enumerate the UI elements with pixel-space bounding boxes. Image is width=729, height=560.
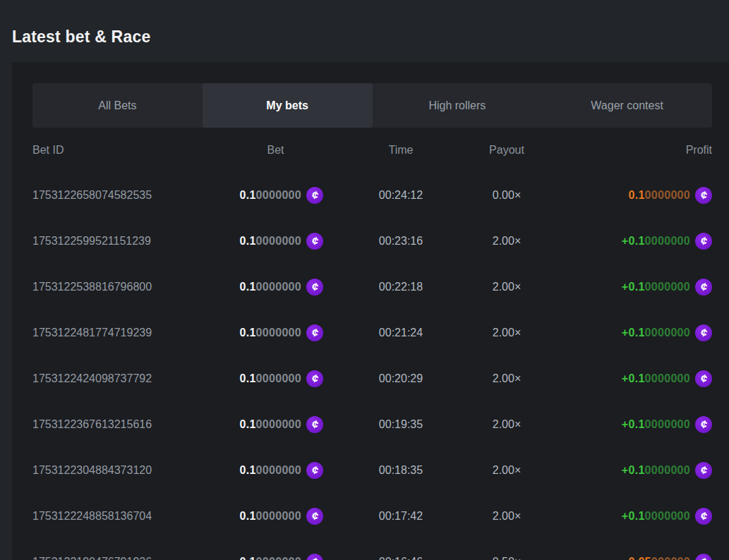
bet-payout: 2.00× (478, 281, 535, 293)
profit-amount-zeros: 0000000 (645, 281, 690, 293)
coin-icon: ¢ (306, 187, 323, 204)
tab-all-bets[interactable]: All Bets (32, 83, 203, 128)
table-row: 1753122248858136704 0.10000000 ¢ 00:17:4… (32, 493, 712, 539)
bet-amount-main: 0.1 (239, 235, 255, 247)
bet-payout: 2.00× (478, 464, 535, 477)
bet-amount: 0.10000000 ¢ (228, 508, 323, 525)
bet-time: 00:21:24 (323, 327, 478, 339)
bet-profit: +0.10000000 ¢ (535, 370, 712, 387)
bet-amount: 0.10000000 ¢ (228, 233, 323, 250)
bet-amount-zeros: 0000000 (256, 372, 301, 384)
coin-icon: ¢ (306, 416, 323, 433)
table-row: 1753122538816796800 0.10000000 ¢ 00:22:1… (32, 264, 712, 310)
bet-id[interactable]: 1753122658074582535 (32, 189, 228, 202)
bet-id[interactable]: 1753122304884373120 (32, 464, 228, 477)
profit-amount-zeros: 0000000 (645, 189, 690, 201)
bets-tab-bar: All BetsMy betsHigh rollersWager contest (32, 83, 712, 128)
bet-amount: 0.10000000 ¢ (228, 279, 323, 296)
table-row: 1753122190476791936 0.10000000 ¢ 00:16:4… (32, 539, 712, 560)
profit-amount-zeros: 0000000 (645, 510, 690, 522)
table-row: 1753122658074582535 0.10000000 ¢ 00:24:1… (32, 172, 712, 218)
bet-amount-main: 0.1 (239, 556, 255, 560)
profit-amount-main: +0.1 (622, 235, 645, 247)
table-header-row: Bet ID Bet Time Payout Profit (32, 128, 712, 172)
coin-icon: ¢ (695, 416, 712, 433)
bet-amount-zeros: 0000000 (256, 418, 301, 430)
bet-amount-main: 0.1 (239, 189, 255, 201)
bet-id[interactable]: 1753122248858136704 (32, 510, 228, 523)
bet-profit: +0.10000000 ¢ (535, 233, 712, 250)
coin-icon: ¢ (695, 508, 712, 525)
profit-amount-zeros: 000000 (651, 556, 690, 560)
profit-amount-zeros: 0000000 (645, 372, 690, 384)
bet-time: 00:23:16 (323, 235, 478, 248)
bet-amount-zeros: 0000000 (256, 281, 301, 293)
profit-amount-zeros: 0000000 (645, 418, 690, 430)
bet-profit: +0.10000000 ¢ (535, 279, 712, 296)
coin-icon: ¢ (695, 554, 712, 560)
bet-amount-main: 0.1 (239, 372, 255, 384)
bet-amount: 0.10000000 ¢ (228, 416, 323, 433)
table-row: 1753122481774719239 0.10000000 ¢ 00:21:2… (32, 310, 712, 355)
bet-id[interactable]: 1753122481774719239 (32, 327, 228, 339)
bet-amount: 0.10000000 ¢ (228, 462, 323, 479)
bet-amount-zeros: 0000000 (256, 464, 301, 476)
bet-profit: +0.10000000 ¢ (535, 508, 712, 525)
tab-label: High rollers (428, 99, 486, 112)
bet-profit: 0.10000000 ¢ (535, 187, 712, 204)
coin-icon: ¢ (306, 324, 323, 341)
coin-icon: ¢ (695, 324, 712, 341)
bet-id[interactable]: 1753122424098737792 (32, 372, 228, 385)
coin-icon: ¢ (695, 279, 712, 296)
coin-icon: ¢ (695, 187, 712, 204)
coin-icon: ¢ (306, 370, 323, 387)
bets-table: Bet ID Bet Time Payout Profit 1753122658… (32, 128, 712, 560)
table-row: 1753122367613215616 0.10000000 ¢ 00:19:3… (32, 401, 712, 447)
bet-time: 00:19:35 (323, 418, 478, 431)
bet-amount-main: 0.1 (239, 510, 255, 522)
profit-amount-zeros: 0000000 (645, 235, 690, 247)
tab-high-rollers[interactable]: High rollers (373, 83, 543, 128)
bet-payout: 0.50× (478, 556, 535, 560)
bet-amount: 0.10000000 ¢ (228, 187, 323, 204)
bet-time: 00:18:35 (323, 464, 478, 477)
bet-id[interactable]: 1753122538816796800 (32, 281, 228, 293)
bet-profit: +0.10000000 ¢ (535, 416, 712, 433)
bet-amount-main: 0.1 (239, 281, 255, 293)
bet-payout: 2.00× (478, 327, 535, 339)
profit-amount-main: 0.05 (628, 556, 651, 560)
bet-payout: 2.00× (478, 372, 535, 385)
bet-amount: 0.10000000 ¢ (228, 554, 323, 560)
tab-my-bets[interactable]: My bets (203, 83, 373, 128)
bet-id[interactable]: 1753122599521151239 (32, 235, 228, 248)
tab-label: All Bets (98, 99, 136, 112)
coin-icon: ¢ (695, 233, 712, 250)
bet-time: 00:16:46 (323, 556, 478, 560)
coin-icon: ¢ (695, 462, 712, 479)
table-row: 1753122599521151239 0.10000000 ¢ 00:23:1… (32, 218, 712, 264)
profit-amount-zeros: 0000000 (645, 327, 690, 339)
table-row: 1753122424098737792 0.10000000 ¢ 00:20:2… (32, 355, 712, 401)
bet-payout: 2.00× (478, 510, 535, 523)
tab-label: My bets (266, 99, 308, 112)
column-header-bet-id: Bet ID (32, 144, 228, 157)
bet-amount-zeros: 0000000 (256, 327, 301, 339)
bet-amount-main: 0.1 (239, 464, 255, 476)
bet-id[interactable]: 1753122367613215616 (32, 418, 228, 431)
tab-label: Wager contest (591, 99, 663, 112)
tab-wager-contest[interactable]: Wager contest (542, 83, 712, 128)
bet-amount-zeros: 0000000 (256, 235, 301, 247)
coin-icon: ¢ (306, 279, 323, 296)
column-header-profit: Profit (535, 144, 712, 157)
bet-id[interactable]: 1753122190476791936 (32, 556, 228, 560)
profit-amount-main: +0.1 (622, 372, 645, 384)
column-header-time: Time (323, 144, 478, 157)
profit-amount-main: +0.1 (622, 510, 645, 522)
profit-amount-main: +0.1 (622, 418, 645, 430)
profit-amount-main: +0.1 (622, 327, 645, 339)
bet-time: 00:20:29 (323, 372, 478, 385)
coin-icon: ¢ (306, 508, 323, 525)
page-title: Latest bet & Race (12, 28, 150, 47)
bet-payout: 2.00× (478, 418, 535, 431)
bet-time: 00:24:12 (323, 189, 478, 202)
